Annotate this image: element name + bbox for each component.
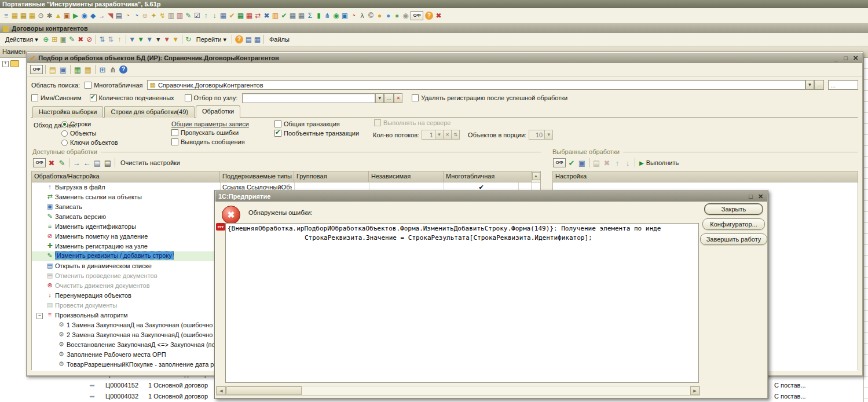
error-dialog-titlebar[interactable]: 1С:Предприятие □ ✕ [215, 191, 767, 202]
globe-green-icon[interactable]: ◉ [332, 11, 340, 21]
edit-icon[interactable]: ✎ [68, 35, 76, 45]
radio-option[interactable]: Объекты [61, 129, 118, 138]
key-icon[interactable]: ✦ [149, 11, 158, 21]
open-form-icon[interactable]: ОФ [30, 65, 43, 74]
move-down-icon[interactable]: ↓ [622, 158, 633, 168]
tab-item[interactable]: Строки для обработки(49) [104, 106, 194, 118]
execute-button[interactable]: ▶Выполнить [637, 158, 681, 167]
view-columns-icon[interactable]: ▦ [253, 35, 262, 45]
filter-menu-icon[interactable]: ▼ [145, 35, 154, 45]
hierarchy-icon[interactable]: ⋔ [108, 65, 118, 75]
extra-field[interactable]: ... [828, 80, 858, 90]
view-list-icon[interactable]: ▤ [244, 35, 253, 45]
runner-icon[interactable]: λ [358, 11, 367, 21]
dropdown-button[interactable]: ▼ [805, 80, 814, 90]
eraser-icon[interactable]: ◥ [106, 11, 115, 21]
column-header[interactable]: Обработка/Настройка [32, 171, 220, 182]
sort-asc-icon[interactable]: ⇅ [98, 35, 107, 45]
tab-item[interactable]: Настройка выборки [32, 106, 103, 118]
approve-icon[interactable]: ✔ [228, 11, 236, 21]
write-version-icon[interactable]: ✎ [184, 11, 193, 21]
gear-star-icon[interactable]: ✱ [45, 11, 54, 21]
save-to-file-icon[interactable]: → [71, 158, 82, 168]
add-settings-icon[interactable]: ▤ [591, 158, 602, 168]
new-table-icon[interactable]: ⊞ [97, 65, 108, 75]
load-settings-icon[interactable]: ▦ [72, 65, 83, 75]
node-filter-field[interactable] [242, 93, 375, 103]
write-params-link[interactable]: Общие параметры записи [171, 120, 249, 127]
folder-icon[interactable] [10, 60, 19, 67]
refresh-icon[interactable]: ↻ [184, 35, 193, 45]
common-transaction-checkbox[interactable]: ✔ [274, 120, 281, 127]
goto-button[interactable]: Перейти ▾ [193, 35, 230, 45]
clear-settings-button[interactable]: Очистить настройки [117, 158, 184, 167]
table-alert-icon[interactable]: ▦ [245, 11, 254, 21]
add-icon[interactable]: ⊕ [42, 35, 50, 45]
filter-clear-icon[interactable]: ▼ [163, 35, 171, 45]
column-header[interactable]: Поддерживаемые типы т... [220, 171, 294, 182]
radio-icon[interactable] [61, 130, 68, 137]
minimize-button[interactable]: _ [832, 54, 840, 62]
pointer-icon[interactable]: → [97, 11, 106, 21]
column-header[interactable]: Независимая [369, 171, 444, 182]
collapse-icon[interactable]: − [36, 313, 43, 319]
save-icon[interactable]: ▣ [340, 11, 349, 21]
radio-option[interactable]: Ключи объектов [61, 138, 118, 147]
check-green-icon[interactable]: ✔ [280, 11, 288, 21]
files-button[interactable]: Файлы [266, 35, 293, 44]
copy-icon[interactable]: ▣ [59, 35, 68, 45]
multitable-checkbox[interactable]: ✔ [85, 82, 91, 89]
globe-icon[interactable]: ◉ [80, 11, 89, 21]
unload-settings-icon[interactable]: ▦ [83, 65, 93, 75]
maximize-button[interactable]: □ [747, 193, 755, 200]
close-diamond-icon[interactable]: ✖ [262, 11, 271, 21]
disk-icon[interactable]: ◉ [401, 11, 410, 21]
copyright-icon[interactable]: © [367, 11, 375, 21]
dropdown-caret-icon[interactable]: ▾ [154, 35, 163, 45]
filter-settings-icon[interactable]: ▼ [137, 35, 145, 45]
alarm-icon[interactable]: ◔ [349, 11, 358, 21]
per-object-transaction-checkbox[interactable]: ✔ [274, 130, 281, 137]
add-folder-icon[interactable]: ⊞ [50, 35, 59, 45]
remove-settings-icon[interactable]: ✖ [602, 158, 612, 168]
open-form-icon[interactable]: ОФ [33, 158, 46, 167]
maximize-button[interactable]: □ [842, 54, 849, 62]
exit-icon[interactable]: ✖ [434, 11, 443, 21]
sum-icon[interactable]: Σ [306, 11, 314, 21]
user-icon[interactable]: ☺ [141, 11, 149, 21]
report-icon[interactable]: ▤ [115, 11, 123, 21]
table-check-icon[interactable]: ☑ [193, 11, 202, 21]
dropdown-button[interactable]: ▼ [375, 93, 384, 103]
help-icon[interactable]: ? [235, 35, 243, 43]
column-header[interactable]: Многотабличная [444, 171, 531, 182]
horizontal-scrollbar[interactable]: ◀ ▶ [216, 386, 700, 396]
sort-desc-icon[interactable]: ⇅ [107, 35, 115, 45]
error-text-area[interactable]: {ВнешняяОбработка.ирПодборИОбработкаОбъе… [225, 223, 699, 383]
db-upload-icon[interactable]: ↑ [202, 11, 210, 21]
name-synonym-checkbox[interactable]: ✔ [31, 94, 38, 101]
run-query-icon[interactable]: ▶ [71, 11, 80, 21]
help-icon[interactable]: ? [425, 12, 433, 20]
frame-icon[interactable]: ▦ [288, 11, 297, 21]
restore-from-file-icon[interactable]: ← [82, 158, 92, 168]
configurator-button[interactable]: Конфигуратор... [702, 218, 765, 230]
choose-button[interactable]: ... [814, 80, 824, 90]
tables-pair-icon[interactable]: ▦ [219, 11, 228, 21]
diamond-icon[interactable]: ◆ [89, 11, 97, 21]
clear-button[interactable]: ✕ [394, 93, 402, 103]
column-header[interactable]: Групповая [294, 171, 369, 182]
move-up-icon[interactable]: ↑ [612, 158, 622, 168]
properties-icon[interactable]: ▤ [92, 158, 102, 168]
close-button[interactable]: ✕ [852, 54, 859, 62]
print-icon[interactable]: ▤ [102, 158, 113, 168]
table-key-icon[interactable]: ▦ [28, 11, 36, 21]
delete-icon[interactable]: ✖ [76, 35, 85, 45]
db-copy-icon[interactable]: ▥ [167, 11, 175, 21]
terminate-button[interactable]: Завершить работу [700, 233, 767, 245]
close-button[interactable]: ✕ [757, 193, 764, 200]
measure-icon[interactable]: ▲ [54, 11, 63, 21]
new-settings-icon[interactable]: ▤ [47, 65, 58, 75]
scrollbar-thumb[interactable] [226, 386, 302, 395]
table-db-icon[interactable]: ▦ [19, 11, 28, 21]
node-filter-checkbox[interactable]: ✔ [185, 94, 192, 101]
